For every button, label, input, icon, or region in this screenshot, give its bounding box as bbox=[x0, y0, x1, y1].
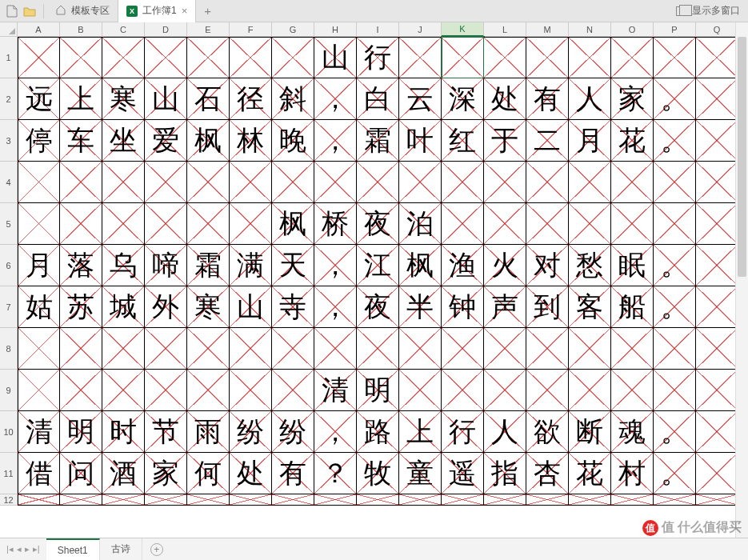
select-all-corner[interactable] bbox=[0, 22, 18, 37]
cell-A2[interactable]: 远 bbox=[18, 78, 60, 120]
cell-L10[interactable]: 人 bbox=[484, 411, 526, 453]
cell-G3[interactable]: 晚 bbox=[272, 120, 314, 162]
row-header-2[interactable]: 2 bbox=[0, 78, 18, 120]
cell-Q10[interactable] bbox=[696, 411, 738, 453]
cell-M8[interactable] bbox=[526, 328, 569, 370]
cell-C10[interactable]: 时 bbox=[102, 411, 145, 453]
cell-O4[interactable] bbox=[611, 162, 654, 203]
cell-M6[interactable]: 对 bbox=[526, 245, 569, 286]
sheet-nav-last-icon[interactable]: ▸| bbox=[33, 544, 40, 554]
cell-B5[interactable] bbox=[60, 203, 102, 245]
cell-D4[interactable] bbox=[145, 162, 187, 203]
cell-P7[interactable]: 。 bbox=[654, 286, 696, 328]
cell-L5[interactable] bbox=[484, 203, 526, 245]
cell-F10[interactable]: 纷 bbox=[230, 411, 272, 453]
new-file-icon[interactable] bbox=[5, 4, 19, 18]
cell-A11[interactable]: 借 bbox=[18, 453, 60, 494]
cell-N4[interactable] bbox=[569, 162, 611, 203]
open-folder-icon[interactable] bbox=[22, 4, 37, 18]
cell-A3[interactable]: 停 bbox=[18, 120, 60, 162]
cell-D12[interactable] bbox=[145, 494, 187, 506]
row-header-3[interactable]: 3 bbox=[0, 120, 18, 162]
cell-F12[interactable] bbox=[230, 494, 272, 506]
cell-N1[interactable] bbox=[569, 37, 611, 78]
row-header-9[interactable]: 9 bbox=[0, 370, 18, 411]
cell-G10[interactable]: 纷 bbox=[272, 411, 314, 453]
cell-I12[interactable] bbox=[357, 494, 399, 506]
cell-F1[interactable] bbox=[230, 37, 272, 78]
cell-O1[interactable] bbox=[611, 37, 654, 78]
cell-N7[interactable]: 客 bbox=[569, 286, 611, 328]
cell-G11[interactable]: 有 bbox=[272, 453, 314, 494]
cell-I3[interactable]: 霜 bbox=[357, 120, 399, 162]
cell-G4[interactable] bbox=[272, 162, 314, 203]
cell-H1[interactable]: 山 bbox=[314, 37, 357, 78]
cell-E10[interactable]: 雨 bbox=[187, 411, 230, 453]
cell-J2[interactable]: 云 bbox=[399, 78, 442, 120]
row-header-11[interactable]: 11 bbox=[0, 453, 18, 494]
cell-N5[interactable] bbox=[569, 203, 611, 245]
sheet-tab-sheet1[interactable]: Sheet1 bbox=[46, 538, 100, 560]
cell-Q6[interactable] bbox=[696, 245, 738, 286]
cell-C8[interactable] bbox=[102, 328, 145, 370]
cell-K11[interactable]: 遥 bbox=[442, 453, 484, 494]
cell-F4[interactable] bbox=[230, 162, 272, 203]
workbook-tab[interactable]: X 工作簿1 × bbox=[118, 0, 196, 22]
vscroll-thumb[interactable] bbox=[738, 37, 746, 277]
row-header-10[interactable]: 10 bbox=[0, 411, 18, 453]
column-header-J[interactable]: J bbox=[399, 22, 442, 37]
cell-Q12[interactable] bbox=[696, 494, 738, 506]
cell-M12[interactable] bbox=[526, 494, 569, 506]
cell-Q9[interactable] bbox=[696, 370, 738, 411]
row-header-12[interactable]: 12 bbox=[0, 494, 18, 506]
row-header-5[interactable]: 5 bbox=[0, 203, 18, 245]
cell-E9[interactable] bbox=[187, 370, 230, 411]
cell-P9[interactable] bbox=[654, 370, 696, 411]
cell-L2[interactable]: 处 bbox=[484, 78, 526, 120]
cell-E7[interactable]: 寒 bbox=[187, 286, 230, 328]
cell-K10[interactable]: 行 bbox=[442, 411, 484, 453]
column-header-G[interactable]: G bbox=[272, 22, 314, 37]
add-tab-button[interactable]: + bbox=[196, 4, 219, 18]
cell-M9[interactable] bbox=[526, 370, 569, 411]
cell-I6[interactable]: 江 bbox=[357, 245, 399, 286]
cell-J3[interactable]: 叶 bbox=[399, 120, 442, 162]
cell-O6[interactable]: 眠 bbox=[611, 245, 654, 286]
cell-L12[interactable] bbox=[484, 494, 526, 506]
cell-I4[interactable] bbox=[357, 162, 399, 203]
close-icon[interactable]: × bbox=[182, 5, 188, 17]
row-header-6[interactable]: 6 bbox=[0, 245, 18, 286]
cell-O8[interactable] bbox=[611, 328, 654, 370]
cell-E11[interactable]: 何 bbox=[187, 453, 230, 494]
cell-A7[interactable]: 姑 bbox=[18, 286, 60, 328]
column-header-Q[interactable]: Q bbox=[696, 22, 738, 37]
cell-H10[interactable]: ， bbox=[314, 411, 357, 453]
cell-I7[interactable]: 夜 bbox=[357, 286, 399, 328]
column-header-N[interactable]: N bbox=[569, 22, 611, 37]
cell-D3[interactable]: 爱 bbox=[145, 120, 187, 162]
cell-K2[interactable]: 深 bbox=[442, 78, 484, 120]
cell-M4[interactable] bbox=[526, 162, 569, 203]
cell-E12[interactable] bbox=[187, 494, 230, 506]
cell-P1[interactable] bbox=[654, 37, 696, 78]
cell-P11[interactable]: 。 bbox=[654, 453, 696, 494]
cell-A9[interactable] bbox=[18, 370, 60, 411]
cell-P8[interactable] bbox=[654, 328, 696, 370]
cell-J5[interactable]: 泊 bbox=[399, 203, 442, 245]
cell-Q2[interactable] bbox=[696, 78, 738, 120]
cell-M2[interactable]: 有 bbox=[526, 78, 569, 120]
cell-L11[interactable]: 指 bbox=[484, 453, 526, 494]
cell-O10[interactable]: 魂 bbox=[611, 411, 654, 453]
cell-J1[interactable] bbox=[399, 37, 442, 78]
cell-B1[interactable] bbox=[60, 37, 102, 78]
cell-B4[interactable] bbox=[60, 162, 102, 203]
cell-N3[interactable]: 月 bbox=[569, 120, 611, 162]
cell-M7[interactable]: 到 bbox=[526, 286, 569, 328]
cell-L8[interactable] bbox=[484, 328, 526, 370]
cell-B3[interactable]: 车 bbox=[60, 120, 102, 162]
sheet-nav-prev-icon[interactable]: ◂ bbox=[17, 544, 22, 554]
cell-F3[interactable]: 林 bbox=[230, 120, 272, 162]
cell-P3[interactable]: 。 bbox=[654, 120, 696, 162]
column-header-O[interactable]: O bbox=[611, 22, 654, 37]
cell-D9[interactable] bbox=[145, 370, 187, 411]
